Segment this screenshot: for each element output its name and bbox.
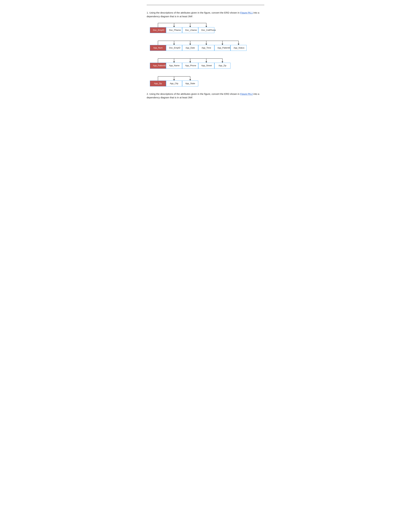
question-link-1[interactable]: Figure P6.1 [240, 11, 253, 14]
question-link-2[interactable]: Figure P6.2 [240, 93, 253, 95]
question-number-1: 1. [147, 11, 149, 14]
attr-cell-1-1-3: Doc_CellPhone [198, 27, 214, 33]
pk-cell-1-1: Doc_EmpID [150, 27, 166, 33]
pk-cell-1-2: App_Num [150, 45, 166, 51]
attr-cell-1-2-2: App_Date [182, 45, 198, 51]
svg-marker-33 [173, 79, 175, 81]
diagram-1-3: App_PatientIDApp_NameApp_PhoneApp_Street… [147, 57, 264, 68]
arrows-svg-1-4 [147, 75, 201, 81]
question-number-2: 2. [147, 93, 149, 95]
pk-cell-1-4: App_Zip [150, 81, 166, 86]
svg-marker-15 [206, 44, 207, 45]
svg-marker-17 [222, 44, 223, 45]
question-1: 1. Using the descriptions of the attribu… [147, 11, 264, 86]
arrows-svg-1-3 [147, 57, 234, 63]
svg-marker-7 [206, 26, 207, 27]
question-before-text-2: Using the descriptions of the attributes… [149, 93, 240, 95]
attr-cell-1-3-2: App_Phone [182, 63, 198, 68]
dep-row-1-4: App_ZipApp_CityApp_State [150, 81, 264, 86]
question-before-text-1: Using the descriptions of the attributes… [149, 11, 240, 14]
attr-cell-1-1-2: Doc_LName [182, 27, 198, 33]
attr-cell-1-4-1: App_City [166, 81, 182, 86]
svg-marker-11 [173, 44, 175, 45]
diagram-1-2: App_NumDoc_EmpIDApp_DateApp_TimeApp_Pati… [147, 39, 264, 51]
svg-marker-23 [173, 61, 175, 63]
attr-cell-1-3-4: App_Zip [214, 63, 231, 68]
diagram-1-4: App_ZipApp_CityApp_State [147, 75, 264, 86]
pk-cell-1-3: App_PatientID [150, 63, 166, 68]
diagram-1-1: Doc_EmpIDDoc_FNameDoc_LNameDoc_CellPhone [147, 21, 264, 33]
question-text-2: 2. Using the descriptions of the attribu… [147, 92, 264, 99]
svg-marker-25 [189, 61, 191, 63]
attr-cell-1-3-3: App_Street [198, 63, 214, 68]
question-text-1: 1. Using the descriptions of the attribu… [147, 11, 264, 18]
attr-cell-1-2-5: App_Status [231, 45, 247, 51]
dep-row-1-2: App_NumDoc_EmpIDApp_DateApp_TimeApp_Pati… [150, 45, 264, 51]
top-border [147, 5, 264, 5]
attr-cell-1-3-1: App_Name [166, 63, 182, 68]
svg-marker-3 [173, 26, 175, 27]
dep-row-1-1: Doc_EmpIDDoc_FNameDoc_LNameDoc_CellPhone [150, 27, 264, 33]
svg-marker-5 [189, 26, 191, 27]
arrows-svg-1-2 [147, 39, 250, 45]
svg-marker-29 [222, 61, 223, 63]
attr-cell-1-2-1: Doc_EmpID [166, 45, 182, 51]
attr-cell-1-2-4: App_PatientID [214, 45, 231, 51]
svg-marker-35 [189, 79, 191, 81]
arrows-svg-1-1 [147, 21, 218, 27]
dep-row-1-3: App_PatientIDApp_NameApp_PhoneApp_Street… [150, 63, 264, 68]
attr-cell-1-2-3: App_Time [198, 45, 214, 51]
svg-marker-19 [238, 44, 239, 45]
attr-cell-1-4-2: App_State [182, 81, 198, 86]
svg-marker-27 [206, 61, 207, 63]
attr-cell-1-1-1: Doc_FName [166, 27, 182, 33]
svg-marker-13 [189, 44, 191, 45]
question-2: 2. Using the descriptions of the attribu… [147, 92, 264, 99]
